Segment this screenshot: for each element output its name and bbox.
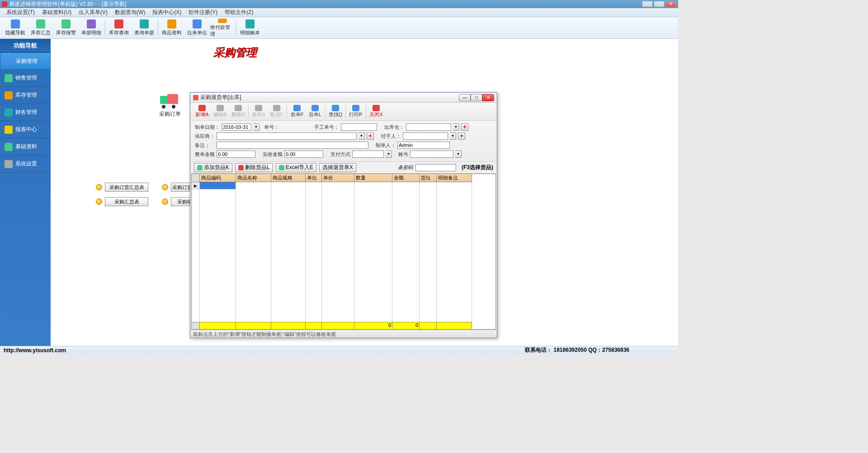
dialog-toolbar-button[interactable]: 前单F	[288, 105, 306, 118]
dialog-minimize-button[interactable]: —	[459, 94, 471, 101]
outwh-add-button[interactable]: ✚	[461, 123, 468, 131]
toolbar-button[interactable]: 商品资料	[159, 18, 184, 38]
toolbar-button[interactable]: 库存查询	[106, 18, 132, 38]
toolbar-button[interactable]: 库存报警	[53, 18, 79, 38]
grid-column-header[interactable]: 数量	[354, 174, 392, 182]
sidebar-item[interactable]: 报表中心	[0, 121, 51, 138]
toolbar-icon	[87, 19, 96, 28]
handler-dropdown-button[interactable]: ▼	[450, 132, 456, 140]
dialog-toolbar-icon	[235, 105, 242, 111]
status-bar: http://www.yisusoft.com 联系电话： 1818639205…	[0, 346, 678, 354]
dialog-titlebar[interactable]: 采购退货单[出库] — □ ✕	[190, 93, 497, 103]
date-label: 制单日期：	[195, 124, 220, 131]
actual-label: 实收金额	[263, 151, 283, 158]
menu-item[interactable]: 基础资料(U)	[39, 8, 74, 17]
dialog-toolbar-button: 保存S	[250, 105, 268, 118]
paymethod-dropdown-button[interactable]: ▼	[386, 151, 392, 158]
grid-column-header[interactable]: 单位	[306, 174, 322, 182]
truck-label: 采购订单	[159, 110, 181, 118]
dialog-toolbar-separator	[325, 105, 326, 118]
dialog-toolbar-separator	[345, 105, 346, 118]
barcode-label: 条形码	[398, 164, 413, 171]
grid-cell-selected[interactable]	[200, 182, 236, 189]
dialog-actions: 添加货品K 删除货品L Excel导入E 选择退货单X 条形码 (F3选择货品)	[190, 162, 497, 174]
grid-column-header[interactable]: 明细备注	[437, 174, 472, 182]
add-product-button[interactable]: 添加货品K	[194, 163, 232, 172]
excel-import-button[interactable]: Excel导入E	[276, 163, 316, 172]
whole-input[interactable]	[217, 151, 255, 158]
remark-input[interactable]	[217, 142, 368, 149]
menu-item[interactable]: 帮助文件(Z)	[222, 8, 256, 17]
dialog-icon	[193, 95, 198, 100]
toolbar-icon	[167, 19, 176, 28]
account-dropdown-button[interactable]: ▼	[455, 151, 462, 158]
supplier-input[interactable]	[217, 132, 357, 140]
sidebar-icon	[5, 57, 13, 65]
menu-item[interactable]: 软件注册(Y)	[186, 8, 220, 17]
report-button[interactable]: 采购汇总表	[105, 197, 148, 206]
account-input[interactable]	[410, 151, 453, 158]
dialog-toolbar-button[interactable]: 关闭X	[367, 105, 385, 118]
sidebar-item[interactable]: 财务管理	[0, 104, 51, 121]
dialog-maximize-button[interactable]: □	[471, 94, 482, 101]
actual-input[interactable]	[284, 151, 323, 158]
dialog-toolbar-icon	[332, 105, 339, 111]
grid-column-header[interactable]: 商品编码	[200, 174, 236, 182]
toolbar-button[interactable]: 单据明细	[79, 18, 104, 38]
dialog-toolbar-separator	[287, 105, 287, 118]
date-input[interactable]	[222, 123, 251, 131]
window-maximize-button[interactable]: □	[654, 1, 665, 7]
pick-return-button[interactable]: 选择退货单X	[319, 163, 356, 172]
supplier-add-button[interactable]: ✚	[367, 132, 374, 140]
dialog-toolbar-button[interactable]: 查找Q	[326, 105, 344, 118]
sidebar-item[interactable]: 销售管理	[0, 70, 51, 87]
sidebar-item[interactable]: 采购管理	[0, 52, 51, 70]
sidebar-item[interactable]: 系统设置	[0, 156, 51, 173]
window-close-button[interactable]: ✕	[665, 1, 676, 7]
purchase-order-shortcut[interactable]: 采购订单	[159, 93, 181, 118]
toolbar-button[interactable]: 收付款管理	[210, 18, 235, 38]
toolbar-button[interactable]: 明细账本	[237, 18, 263, 38]
grid-column-header[interactable]: 货位	[420, 174, 437, 182]
toolbar-button[interactable]: 查询单据	[132, 18, 157, 38]
bullet-icon	[162, 184, 168, 190]
sidebar-item[interactable]: 库存管理	[0, 87, 51, 104]
manual-input[interactable]	[341, 123, 377, 131]
grid-footer-cell	[271, 322, 306, 329]
outwh-input[interactable]	[406, 123, 451, 131]
grid-footer-corner	[192, 322, 200, 329]
dialog-toolbar-button[interactable]: 打印P	[347, 105, 365, 118]
delete-product-button[interactable]: 删除货品L	[235, 163, 273, 172]
window-minimize-button[interactable]: —	[642, 1, 653, 7]
grid-column-header[interactable]: 商品名称	[236, 174, 271, 182]
menu-item[interactable]: 出入库单(V)	[76, 8, 110, 17]
handler-input[interactable]	[403, 132, 448, 140]
menu-item[interactable]: 数据查询(W)	[112, 8, 148, 17]
toolbar-icon	[36, 19, 45, 28]
toolbar-button[interactable]: 隐藏导航	[3, 18, 28, 38]
handler-add-button[interactable]: ✚	[458, 132, 465, 140]
dialog-toolbar-button[interactable]: 后单L	[306, 105, 324, 118]
dialog-close-button[interactable]: ✕	[482, 94, 494, 101]
grid-column-header[interactable]: 单价	[322, 174, 354, 182]
dialog-toolbar-button[interactable]: 新增A	[193, 105, 211, 118]
grid-column-header[interactable]: 商品规格	[271, 174, 306, 182]
sidebar-icon	[5, 74, 13, 82]
menu-item[interactable]: 报表中心(X)	[150, 8, 184, 17]
product-grid[interactable]: 商品编码商品名称商品规格单位单价数量金额货位明细备注 ▶ 00	[191, 174, 496, 330]
grid-column-header[interactable]: 金额	[392, 174, 420, 182]
supplier-dropdown-button[interactable]: ▼	[359, 132, 365, 140]
paymethod-input[interactable]	[352, 151, 384, 158]
sidebar-item[interactable]: 基础资料	[0, 138, 51, 156]
excel-icon	[279, 165, 284, 170]
report-button[interactable]: 采购订货汇总表	[105, 183, 148, 192]
sidebar: 功能导航 采购管理销售管理库存管理财务管理报表中心基础资料系统设置	[0, 39, 51, 346]
toolbar-button[interactable]: 库存汇总	[28, 18, 53, 38]
outwh-dropdown-button[interactable]: ▼	[453, 123, 459, 131]
barcode-input[interactable]	[415, 164, 456, 171]
menu-item[interactable]: 系统设置(T)	[4, 8, 38, 17]
toolbar-separator	[105, 20, 105, 36]
toolbar-button[interactable]: 往来单位	[184, 18, 210, 38]
dialog-toolbar-button: 编辑B	[211, 105, 229, 118]
date-dropdown-button[interactable]: ▼	[253, 123, 259, 131]
